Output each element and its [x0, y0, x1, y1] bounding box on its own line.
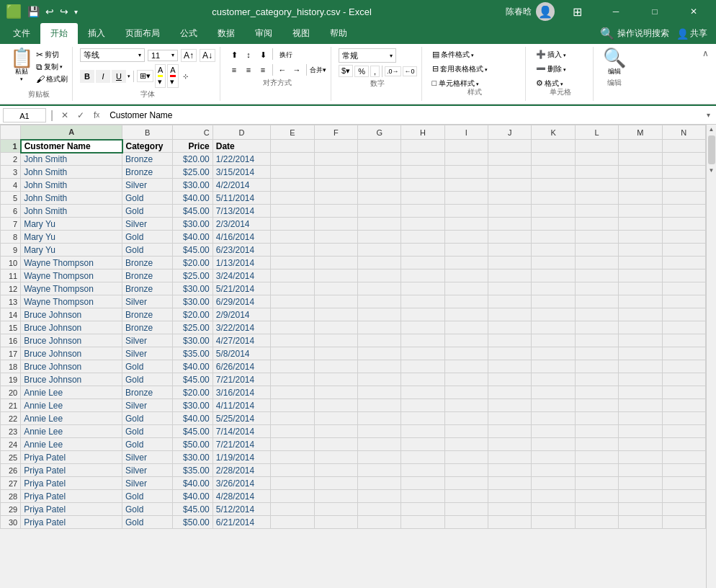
cell-empty-21-8[interactable]	[619, 399, 662, 412]
cell-C25[interactable]: $30.00	[173, 451, 212, 464]
cell-L1[interactable]	[575, 140, 618, 153]
cell-B25[interactable]: Silver	[122, 451, 173, 464]
cell-empty-26-7[interactable]	[575, 464, 618, 477]
cell-empty-30-2[interactable]	[357, 516, 400, 529]
cell-empty-7-8[interactable]	[619, 218, 662, 231]
cell-A7[interactable]: Mary Yu	[21, 218, 122, 231]
cell-C16[interactable]: $30.00	[173, 334, 212, 347]
cell-D11[interactable]: 3/24/2014	[212, 270, 270, 282]
cell-empty-15-9[interactable]	[662, 321, 706, 334]
row-num-22[interactable]: 22	[1, 412, 21, 425]
cell-C22[interactable]: $40.00	[173, 412, 212, 425]
cell-empty-3-9[interactable]	[662, 166, 706, 179]
cell-empty-14-6[interactable]	[532, 308, 575, 321]
cell-empty-23-9[interactable]	[662, 425, 706, 438]
cell-A14[interactable]: Bruce Johnson	[21, 308, 122, 321]
cell-empty-22-2[interactable]	[357, 412, 400, 425]
cell-empty-28-2[interactable]	[357, 490, 400, 503]
cell-empty-11-1[interactable]	[314, 270, 357, 282]
cell-B15[interactable]: Bronze	[122, 321, 173, 334]
cell-empty-22-1[interactable]	[314, 412, 357, 425]
cell-empty-11-0[interactable]	[271, 270, 314, 282]
cell-A26[interactable]: Priya Patel	[21, 464, 122, 477]
cell-empty-22-5[interactable]	[488, 412, 532, 425]
cell-empty-30-1[interactable]	[314, 516, 357, 529]
cell-empty-29-2[interactable]	[357, 503, 400, 516]
cell-empty-22-9[interactable]	[662, 412, 706, 425]
cell-empty-22-0[interactable]	[271, 412, 314, 425]
cell-empty-10-9[interactable]	[662, 257, 706, 270]
cell-empty-10-4[interactable]	[444, 257, 488, 270]
cell-A5[interactable]: John Smith	[21, 192, 122, 205]
cell-D18[interactable]: 6/26/2014	[212, 360, 270, 373]
cell-J1[interactable]	[488, 140, 532, 153]
col-header-I[interactable]: I	[444, 125, 488, 140]
cell-empty-26-6[interactable]	[532, 464, 575, 477]
cell-empty-13-4[interactable]	[444, 295, 488, 308]
cell-empty-14-1[interactable]	[314, 308, 357, 321]
tab-formulas[interactable]: 公式	[170, 23, 207, 44]
row-num-6[interactable]: 6	[1, 205, 21, 218]
cell-empty-25-1[interactable]	[314, 451, 357, 464]
cell-empty-16-3[interactable]	[401, 334, 444, 347]
cell-A10[interactable]: Wayne Thompson	[21, 257, 122, 270]
cell-D17[interactable]: 5/8/2014	[212, 347, 270, 360]
cell-empty-15-8[interactable]	[619, 321, 662, 334]
cell-B19[interactable]: Gold	[122, 373, 173, 386]
cell-C30[interactable]: $50.00	[173, 516, 212, 529]
cell-C10[interactable]: $20.00	[173, 257, 212, 270]
cell-empty-23-6[interactable]	[532, 425, 575, 438]
cell-D24[interactable]: 7/21/2014	[212, 438, 270, 451]
align-center-icon[interactable]: ≡	[242, 63, 255, 76]
font-name-selector[interactable]: 等线 ▾	[80, 48, 145, 62]
cell-empty-10-3[interactable]	[401, 257, 444, 270]
cell-D30[interactable]: 6/21/2014	[212, 516, 270, 529]
cell-empty-17-6[interactable]	[532, 347, 575, 360]
cell-C12[interactable]: $30.00	[173, 282, 212, 295]
cell-empty-12-9[interactable]	[662, 282, 706, 295]
cell-empty-6-3[interactable]	[401, 205, 444, 218]
cell-A17[interactable]: Bruce Johnson	[21, 347, 122, 360]
cell-empty-16-1[interactable]	[314, 334, 357, 347]
cell-B8[interactable]: Gold	[122, 231, 173, 244]
cell-empty-28-3[interactable]	[401, 490, 444, 503]
cell-empty-19-9[interactable]	[662, 373, 706, 386]
cell-C18[interactable]: $40.00	[173, 360, 212, 373]
cell-empty-6-6[interactable]	[532, 205, 575, 218]
cell-empty-9-9[interactable]	[662, 244, 706, 257]
cell-C11[interactable]: $25.00	[173, 270, 212, 282]
cell-empty-15-7[interactable]	[575, 321, 618, 334]
sheet-scroll-area[interactable]: A B C D E F G H I J K L M	[0, 125, 706, 588]
cell-empty-17-9[interactable]	[662, 347, 706, 360]
cell-empty-25-0[interactable]	[271, 451, 314, 464]
align-right-icon[interactable]: ≡	[256, 63, 269, 76]
cell-A1[interactable]: Customer Name	[21, 140, 122, 153]
tab-view[interactable]: 视图	[282, 23, 320, 44]
col-header-L[interactable]: L	[575, 125, 618, 140]
cell-I1[interactable]	[444, 140, 488, 153]
cell-K1[interactable]	[532, 140, 575, 153]
cell-empty-10-1[interactable]	[314, 257, 357, 270]
cell-empty-18-9[interactable]	[662, 360, 706, 373]
cell-empty-11-9[interactable]	[662, 270, 706, 282]
cell-A15[interactable]: Bruce Johnson	[21, 321, 122, 334]
cell-empty-24-9[interactable]	[662, 438, 706, 451]
cell-empty-2-2[interactable]	[357, 153, 400, 166]
cell-empty-20-9[interactable]	[662, 386, 706, 399]
format-painter-icon[interactable]: 🖌	[36, 74, 45, 84]
cell-empty-8-8[interactable]	[619, 231, 662, 244]
cell-empty-20-6[interactable]	[532, 386, 575, 399]
cell-A3[interactable]: John Smith	[21, 166, 122, 179]
cell-D16[interactable]: 4/27/2014	[212, 334, 270, 347]
cell-empty-24-3[interactable]	[401, 438, 444, 451]
number-format-selector[interactable]: 常规 ▾	[339, 48, 396, 63]
cell-empty-23-8[interactable]	[619, 425, 662, 438]
cell-empty-10-6[interactable]	[532, 257, 575, 270]
tab-review[interactable]: 审阅	[245, 23, 282, 44]
cell-empty-7-1[interactable]	[314, 218, 357, 231]
cell-empty-16-9[interactable]	[662, 334, 706, 347]
cell-empty-24-2[interactable]	[357, 438, 400, 451]
undo-icon[interactable]: ↩	[45, 6, 54, 17]
cell-D25[interactable]: 1/19/2014	[212, 451, 270, 464]
row-num-27[interactable]: 27	[1, 477, 21, 490]
